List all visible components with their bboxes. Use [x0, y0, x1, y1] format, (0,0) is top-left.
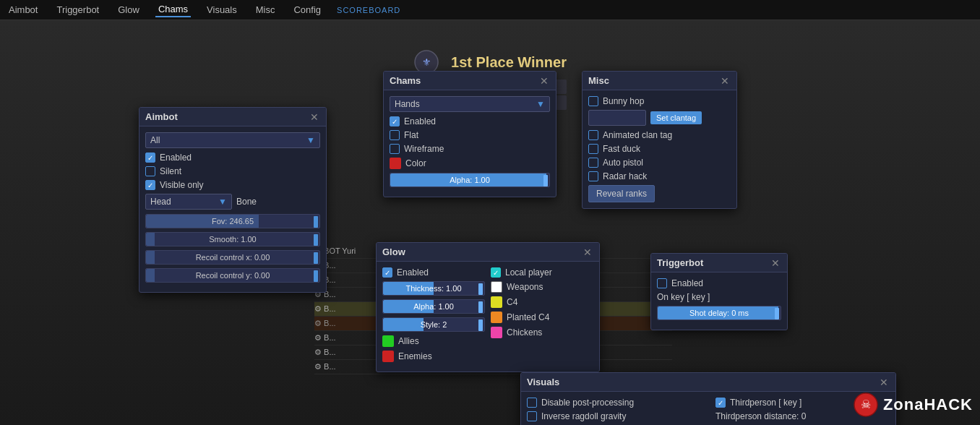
misc-bunny-hop-checkbox[interactable] — [588, 96, 598, 106]
glow-chickens-swatch[interactable] — [491, 327, 502, 338]
misc-panel: Misc ✕ Bunny hop Set clantag Animated cl… — [582, 71, 737, 209]
glow-enabled-label: Enabled — [397, 267, 429, 278]
aimbot-bone-dropdown[interactable]: Head ▼ — [145, 194, 232, 210]
misc-animated-clan-tag-row: Animated clan tag — [588, 130, 731, 140]
chams-body: Hands ▼ Enabled Flat Wireframe Color Alp… — [384, 90, 556, 197]
aimbot-target-dropdown[interactable]: All ▼ — [145, 132, 320, 148]
glow-c4-row: C4 — [491, 296, 593, 308]
aimbot-silent-row: Silent — [145, 166, 320, 176]
glow-thickness-slider[interactable]: Thickness: 1.00 — [382, 281, 485, 296]
misc-radar-hack-checkbox[interactable] — [588, 171, 598, 181]
chams-flat-checkbox[interactable] — [390, 130, 400, 140]
glow-close-button[interactable]: ✕ — [582, 247, 593, 257]
chams-wireframe-checkbox[interactable] — [390, 144, 400, 154]
glow-left-column: Enabled Thickness: 1.00 Alpha: 1.00 Styl… — [382, 267, 485, 366]
misc-bunny-hop-label: Bunny hop — [603, 96, 644, 106]
visuals-disable-post-checkbox[interactable] — [527, 398, 537, 408]
misc-set-clantag-button[interactable]: Set clantag — [650, 111, 702, 124]
misc-auto-pistol-row: Auto pistol — [588, 158, 731, 168]
misc-clantag-input[interactable] — [588, 110, 646, 126]
visuals-thirdperson-checkbox[interactable] — [715, 398, 726, 408]
misc-radar-hack-row: Radar hack — [588, 171, 731, 181]
glow-enabled-checkbox[interactable] — [382, 267, 392, 278]
triggerbot-shot-delay-slider[interactable]: Shot delay: 0 ms — [657, 306, 781, 320]
misc-auto-pistol-checkbox[interactable] — [588, 158, 598, 168]
nav-config[interactable]: Config — [291, 3, 324, 17]
glow-enemies-swatch[interactable] — [382, 351, 394, 362]
glow-allies-label: Allies — [398, 336, 419, 346]
svg-text:⚜: ⚜ — [422, 56, 431, 68]
aimbot-smooth-slider[interactable]: Smooth: 1.00 — [145, 232, 320, 246]
aimbot-fov-slider[interactable]: Fov: 246.65 — [145, 214, 320, 228]
nav-aimbot[interactable]: Aimbot — [6, 3, 40, 17]
glow-alpha-slider[interactable]: Alpha: 1.00 — [382, 299, 485, 314]
chams-target-dropdown-arrow: ▼ — [536, 99, 545, 109]
visuals-inverse-ragdoll-label: Inverse ragdoll gravity — [541, 411, 626, 421]
glow-allies-swatch[interactable] — [382, 335, 394, 347]
zonahack-icon: ☠ — [853, 392, 879, 418]
aimbot-title: Aimbot — [145, 111, 178, 122]
glow-planted-c4-swatch[interactable] — [491, 312, 502, 323]
chams-target-dropdown[interactable]: Hands ▼ — [390, 96, 550, 112]
aimbot-recoil-x-slider[interactable]: Recoil control x: 0.00 — [145, 250, 320, 265]
visuals-left: Disable post-processing Inverse ragdoll … — [527, 398, 701, 425]
misc-header: Misc ✕ — [583, 72, 736, 90]
chams-header: Chams ✕ — [384, 72, 556, 90]
aimbot-recoil-y-slider[interactable]: Recoil control y: 0.00 — [145, 268, 320, 283]
glow-local-player-checkbox[interactable] — [491, 267, 501, 278]
chams-enabled-row: Enabled — [390, 116, 550, 126]
glow-weapons-row: Weapons — [491, 281, 593, 293]
visuals-header: Visuals ✕ — [521, 373, 895, 392]
glow-planted-c4-label: Planted C4 — [507, 312, 549, 322]
misc-fast-duck-checkbox[interactable] — [588, 144, 598, 154]
triggerbot-enabled-checkbox[interactable] — [657, 278, 667, 288]
aimbot-enabled-checkbox[interactable] — [145, 153, 155, 163]
visuals-title: Visuals — [527, 377, 559, 387]
visuals-close-button[interactable]: ✕ — [878, 377, 890, 387]
glow-local-player-label: Local player — [505, 267, 552, 278]
glow-local-player-row: Local player — [491, 267, 593, 278]
misc-reveal-ranks-button[interactable]: Reveal ranks — [588, 185, 655, 202]
aimbot-enabled-label: Enabled — [160, 153, 192, 163]
nav-triggerbot[interactable]: Triggerbot — [53, 3, 102, 17]
chams-alpha-slider[interactable]: Alpha: 1.00 — [390, 173, 550, 187]
misc-body: Bunny hop Set clantag Animated clan tag … — [583, 90, 736, 208]
svg-text:☠: ☠ — [861, 398, 871, 411]
chams-color-row: Color — [390, 158, 550, 169]
glow-chickens-label: Chickens — [507, 327, 542, 338]
misc-bunny-hop-row: Bunny hop — [588, 96, 731, 106]
misc-close-button[interactable]: ✕ — [719, 76, 731, 86]
glow-chickens-row: Chickens — [491, 327, 593, 338]
misc-animated-clan-tag-checkbox[interactable] — [588, 130, 598, 140]
aimbot-silent-label: Silent — [160, 166, 181, 176]
visuals-thirdperson-label: Thirdperson [ key ] — [730, 398, 801, 408]
nav-misc[interactable]: Misc — [253, 3, 278, 17]
glow-c4-swatch[interactable] — [491, 296, 502, 308]
nav-visuals[interactable]: Visuals — [204, 3, 240, 17]
chams-wireframe-row: Wireframe — [390, 144, 550, 154]
triggerbot-body: Enabled On key [ key ] Shot delay: 0 ms — [651, 272, 787, 330]
chams-enabled-checkbox[interactable] — [390, 116, 400, 126]
chams-wireframe-label: Wireframe — [404, 144, 444, 154]
chams-color-swatch[interactable] — [390, 158, 401, 169]
visuals-inverse-ragdoll-checkbox[interactable] — [527, 411, 537, 421]
triggerbot-header: Triggerbot ✕ — [651, 254, 787, 272]
aimbot-silent-checkbox[interactable] — [145, 166, 155, 176]
nav-scoreboard: SCOREBOARD — [337, 6, 400, 14]
misc-radar-hack-label: Radar hack — [603, 171, 647, 181]
aimbot-header: Aimbot ✕ — [139, 108, 326, 126]
glow-style-slider[interactable]: Style: 2 — [382, 317, 485, 332]
triggerbot-panel: Triggerbot ✕ Enabled On key [ key ] Shot… — [650, 253, 788, 330]
glow-enabled-row: Enabled — [382, 267, 485, 278]
chams-flat-row: Flat — [390, 130, 550, 140]
triggerbot-close-button[interactable]: ✕ — [770, 258, 781, 268]
aimbot-close-button[interactable]: ✕ — [309, 112, 320, 122]
nav-glow[interactable]: Glow — [115, 3, 142, 17]
glow-weapons-swatch[interactable] — [491, 281, 502, 293]
triggerbot-enabled-row: Enabled — [657, 278, 781, 288]
chams-close-button[interactable]: ✕ — [538, 76, 550, 86]
nav-chams[interactable]: Chams — [155, 2, 191, 17]
visuals-disable-post-row: Disable post-processing — [527, 398, 701, 408]
aimbot-bone-row: Head ▼ Bone — [145, 194, 320, 210]
aimbot-visible-only-checkbox[interactable] — [145, 180, 155, 190]
